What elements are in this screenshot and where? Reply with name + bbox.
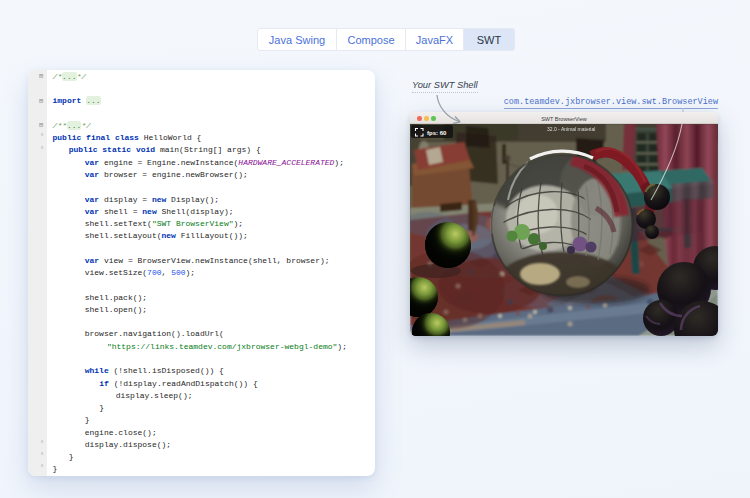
svg-text:32.0 - Animal material: 32.0 - Animal material: [547, 126, 595, 132]
svg-text:fps: 60: fps: 60: [427, 130, 447, 136]
